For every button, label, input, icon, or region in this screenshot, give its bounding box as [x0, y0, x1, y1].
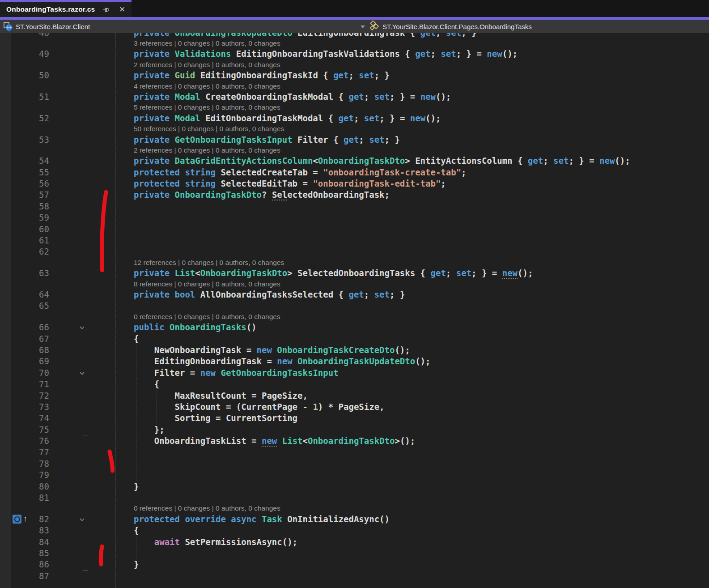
codelens-row[interactable]: 50 references | 0 changes | 0 authors, 0… — [0, 124, 709, 134]
line-number: 54 — [0, 155, 49, 166]
codelens-row[interactable]: 2 references | 0 changes | 0 authors, 0 … — [0, 145, 709, 155]
codelens-row[interactable]: 0 references | 0 changes | 0 authors, 0 … — [0, 503, 709, 513]
code-line-84: 84 await SetPermissionsAsync(); — [0, 537, 709, 548]
code-line-58: 58 — [0, 201, 709, 212]
breadcrumb-dropdown-icon[interactable] — [361, 26, 365, 28]
code-text: private Guid EditingOnboardingTaskId { g… — [134, 70, 390, 81]
breadcrumb-project-label: ST.YourSite.Blazor.Client — [16, 23, 90, 30]
chevron-down-icon[interactable] — [80, 516, 84, 521]
breadcrumb-member[interactable]: ST.YourSite.Blazor.Client.Pages.Onboardi… — [368, 20, 532, 33]
line-number: 50 — [0, 70, 49, 81]
code-text: { — [134, 379, 159, 390]
tab-title: OnboardingTasks.razor.cs — [6, 5, 95, 13]
code-line-83: 83{ — [0, 525, 709, 536]
indent-guide — [136, 458, 136, 469]
code-text: await SetPermissionsAsync(); — [134, 537, 297, 548]
line-number: 85 — [0, 548, 49, 559]
code-area: 48private OnboardingTaskUpdateDto Editin… — [0, 33, 709, 588]
code-text: private Validations EditingOnboardingTas… — [134, 48, 518, 60]
line-number: 60 — [0, 224, 49, 235]
code-line-80: 80} — [0, 481, 709, 492]
line-number: 67 — [0, 333, 49, 345]
code-editor[interactable]: 48private OnboardingTaskUpdateDto Editin… — [0, 33, 709, 588]
tab-onboardingtasks[interactable]: OnboardingTasks.razor.cs × — [0, 0, 132, 17]
code-line-69: 69 EditingOnboardingTask = new Onboardin… — [0, 356, 709, 367]
line-number: 63 — [0, 268, 49, 279]
codelens-row[interactable]: 0 references | 0 changes | 0 authors, 0 … — [0, 312, 709, 322]
code-text: protected string SelectedEditTab = "onbo… — [134, 178, 446, 189]
code-line-63: 63private List<OnboardingTaskDto> Select… — [0, 268, 709, 279]
code-line-66: 66public OnboardingTasks() — [0, 322, 709, 333]
line-number: 78 — [0, 458, 49, 469]
indent-guide — [136, 469, 136, 481]
code-line-86: 86} — [0, 559, 709, 570]
codelens-row[interactable]: 2 references | 0 changes | 0 authors, 0 … — [0, 60, 709, 70]
override-indicator-icon[interactable]: ↑ — [13, 515, 30, 524]
chevron-down-icon[interactable] — [80, 325, 84, 329]
code-line-53: 53private GetOnboardingTasksInput Filter… — [0, 134, 709, 145]
code-text: public OnboardingTasks() — [134, 322, 257, 333]
line-number: 79 — [0, 469, 49, 481]
line-number: 56 — [0, 178, 49, 189]
code-line-65: 65 — [0, 300, 709, 311]
code-line-49: 49private Validations EditingOnboardingT… — [0, 48, 709, 60]
line-number: 74 — [0, 413, 49, 424]
code-line-70: 70 Filter = new GetOnboardingTasksInput — [0, 367, 709, 379]
code-text: private DataGridEntityActionsColumn<Onbo… — [134, 155, 630, 166]
code-line-52: 52private Modal EditOnboardingTaskModal … — [0, 113, 709, 124]
line-number: 59 — [0, 212, 49, 223]
code-line-79: 79 — [0, 469, 709, 481]
line-number: 51 — [0, 91, 49, 102]
code-line-76: 76 OnboardingTaskList = new List<Onboard… — [0, 435, 709, 447]
code-text: Sorting = CurrentSorting — [134, 413, 297, 424]
code-line-57: 57private OnboardingTaskDto? SelectedOnb… — [0, 189, 709, 200]
code-line-60: 60 — [0, 224, 709, 235]
line-number: 84 — [0, 537, 49, 548]
code-line-59: 59 — [0, 212, 709, 223]
line-number: 72 — [0, 390, 49, 401]
line-number: 49 — [0, 48, 49, 60]
line-number: 83 — [0, 525, 49, 536]
line-number: 70 — [0, 367, 49, 379]
code-text: } — [134, 559, 139, 570]
code-line-48: 48private OnboardingTaskUpdateDto Editin… — [0, 33, 709, 38]
code-text: Filter = new GetOnboardingTasksInput — [134, 367, 339, 379]
line-number: 75 — [0, 424, 49, 435]
code-text: private bool AllOnboardingTasksSelected … — [134, 289, 405, 300]
code-line-68: 68 NewOnboardingTask = new OnboardingTas… — [0, 345, 709, 356]
class-icon — [368, 21, 379, 33]
line-number: 62 — [0, 246, 49, 257]
code-line-71: 71 { — [0, 379, 709, 390]
line-number: 81 — [0, 492, 49, 503]
code-line-50: 50private Guid EditingOnboardingTaskId {… — [0, 70, 709, 81]
codelens-row[interactable]: 12 references | 0 changes | 0 authors, 0… — [0, 258, 709, 268]
code-line-78: 78 — [0, 458, 709, 469]
line-number: 76 — [0, 435, 49, 447]
code-text: SkipCount = (CurrentPage - 1) * PageSize… — [134, 401, 385, 413]
line-number: 53 — [0, 134, 49, 145]
code-line-85: 85 — [0, 548, 709, 559]
code-text: protected override async Task OnInitiali… — [134, 514, 390, 525]
code-text: private List<OnboardingTaskDto> Selected… — [134, 268, 533, 279]
code-line-67: 67{ — [0, 333, 709, 345]
line-number: 80 — [0, 481, 49, 492]
chevron-down-icon[interactable] — [80, 370, 84, 375]
code-line-72: 72 MaxResultCount = PageSize, — [0, 390, 709, 401]
code-text: EditingOnboardingTask = new OnboardingTa… — [134, 356, 431, 367]
codelens-row[interactable]: 8 references | 0 changes | 0 authors, 0 … — [0, 279, 709, 289]
codelens-row[interactable]: 4 references | 0 changes | 0 authors, 0 … — [0, 81, 709, 91]
tab-strip: OnboardingTasks.razor.cs × — [0, 0, 709, 17]
codelens-row[interactable]: 3 references | 0 changes | 0 authors, 0 … — [0, 38, 709, 48]
pin-icon[interactable] — [101, 4, 111, 14]
close-icon[interactable]: × — [117, 4, 127, 14]
codelens-row[interactable]: 5 references | 0 changes | 0 authors, 0 … — [0, 102, 709, 112]
code-line-81: 81 — [0, 492, 709, 503]
code-text: }; — [134, 424, 165, 435]
line-number: 64 — [0, 289, 49, 300]
line-number: 61 — [0, 235, 49, 246]
project-globe-icon — [4, 22, 13, 31]
code-line-82: 82↑protected override async Task OnIniti… — [0, 514, 709, 525]
breadcrumb-project[interactable]: ST.YourSite.Blazor.Client — [0, 20, 90, 33]
code-line-87: 87 — [0, 571, 709, 582]
line-number: 69 — [0, 356, 49, 367]
